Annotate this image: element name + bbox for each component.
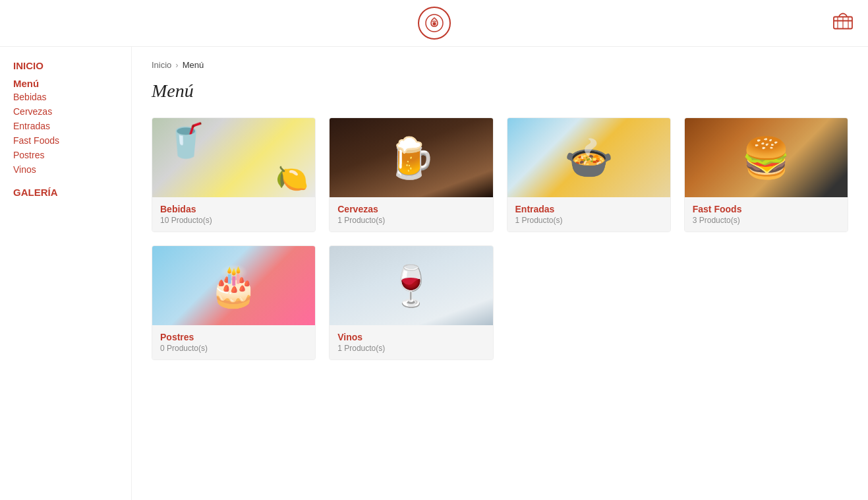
- svg-point-1: [432, 22, 436, 26]
- menu-card-name-entradas: Entradas: [515, 204, 662, 214]
- logo[interactable]: [418, 7, 451, 40]
- menu-card-vinos[interactable]: Vinos 1 Producto(s): [329, 245, 493, 360]
- menu-card-postres[interactable]: Postres 0 Producto(s): [152, 245, 316, 360]
- menu-card-entradas[interactable]: Entradas 1 Producto(s): [507, 117, 671, 232]
- menu-card-image-cervezas: [330, 118, 492, 197]
- header: [0, 0, 868, 47]
- breadcrumb: Inicio › Menú: [152, 60, 848, 70]
- cart-button[interactable]: [831, 11, 855, 36]
- menu-card-cervezas[interactable]: Cervezas 1 Producto(s): [329, 117, 493, 232]
- sidebar-item-fastfoods[interactable]: Fast Foods: [13, 135, 118, 146]
- sidebar-item-galeria[interactable]: GALERÍA: [13, 187, 118, 198]
- logo-circle: [418, 7, 451, 40]
- sidebar-item-inicio[interactable]: INICIO: [13, 60, 118, 71]
- sidebar: INICIO Menú Bebidas Cervezas Entradas Fa…: [0, 47, 132, 500]
- menu-card-info-vinos: Vinos 1 Producto(s): [330, 325, 492, 359]
- menu-card-image-entradas: [507, 118, 670, 197]
- cart-icon: [831, 11, 855, 34]
- menu-card-image-vinos: [330, 246, 492, 325]
- sidebar-item-vinos[interactable]: Vinos: [13, 164, 118, 175]
- menu-card-info-entradas: Entradas 1 Producto(s): [507, 197, 670, 232]
- menu-card-info-bebidas: Bebidas 10 Producto(s): [152, 197, 315, 232]
- sidebar-item-postres[interactable]: Postres: [13, 150, 118, 160]
- sidebar-item-cervezas[interactable]: Cervezas: [13, 106, 118, 117]
- menu-card-image-bebidas: [152, 118, 315, 197]
- menu-card-count-cervezas: 1 Producto(s): [337, 216, 484, 225]
- breadcrumb-home[interactable]: Inicio: [152, 60, 171, 70]
- menu-card-info-fastfoods: Fast Foods 3 Producto(s): [685, 197, 848, 232]
- menu-card-count-vinos: 1 Producto(s): [337, 344, 484, 353]
- main-content: Inicio › Menú Menú Bebidas 10 Producto(s…: [132, 47, 868, 500]
- menu-card-count-fastfoods: 3 Producto(s): [693, 216, 840, 225]
- menu-card-name-postres: Postres: [160, 332, 307, 342]
- sidebar-item-entradas[interactable]: Entradas: [13, 121, 118, 131]
- sidebar-item-bebidas[interactable]: Bebidas: [13, 92, 118, 102]
- logo-icon: [424, 13, 444, 33]
- menu-card-name-bebidas: Bebidas: [160, 204, 307, 214]
- breadcrumb-separator: ›: [175, 60, 178, 70]
- menu-card-count-postres: 0 Producto(s): [160, 344, 307, 353]
- menu-grid-row1: Bebidas 10 Producto(s) Cervezas 1 Produc…: [152, 117, 848, 232]
- menu-card-fastfoods[interactable]: Fast Foods 3 Producto(s): [684, 117, 848, 232]
- breadcrumb-current: Menú: [183, 60, 204, 70]
- menu-grid-row2: Postres 0 Producto(s) Vinos 1 Producto(s…: [152, 245, 848, 360]
- main-layout: INICIO Menú Bebidas Cervezas Entradas Fa…: [0, 47, 868, 500]
- menu-card-bebidas[interactable]: Bebidas 10 Producto(s): [152, 117, 316, 232]
- menu-card-name-cervezas: Cervezas: [337, 204, 484, 214]
- menu-card-info-cervezas: Cervezas 1 Producto(s): [330, 197, 492, 232]
- menu-card-image-fastfoods: [685, 118, 848, 197]
- menu-card-name-vinos: Vinos: [337, 332, 484, 342]
- menu-card-count-bebidas: 10 Producto(s): [160, 216, 307, 225]
- menu-card-name-fastfoods: Fast Foods: [693, 204, 840, 214]
- page-title: Menú: [152, 80, 848, 102]
- menu-card-count-entradas: 1 Producto(s): [515, 216, 662, 225]
- menu-card-info-postres: Postres 0 Producto(s): [152, 325, 315, 359]
- menu-card-image-postres: [152, 246, 315, 325]
- sidebar-item-menu[interactable]: Menú: [13, 78, 118, 89]
